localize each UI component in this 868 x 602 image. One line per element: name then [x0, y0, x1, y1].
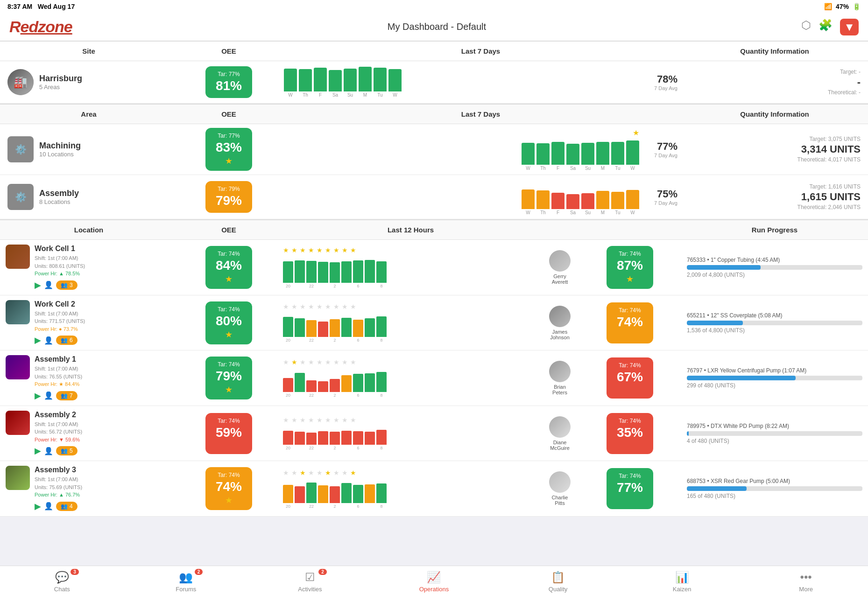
crew-icon: 👥: [61, 337, 68, 343]
location-row-assembly-1[interactable]: Assembly 1 Shift: 1st (7:00 AM)Units: 76…: [0, 350, 868, 406]
operator-oee-star: ★: [614, 274, 646, 284]
kaizen-label: Kaizen: [673, 586, 692, 593]
operator-name: DianeMcGuire: [550, 440, 570, 451]
operator-oee-value: 87%: [614, 258, 646, 273]
cube-icon[interactable]: ⬡: [801, 19, 811, 35]
loc-last12: ★★★★★★★★★ 20 22 2 6: [280, 355, 541, 401]
filter-icon[interactable]: ▼: [840, 19, 859, 35]
nav-operations[interactable]: 📈 Operations: [406, 571, 462, 593]
run-units: 2,009 of 4,800 (UNITS): [687, 272, 862, 278]
operator-oee-badge: Tar: 74% 67%: [607, 357, 653, 399]
person-icon: 👤: [44, 391, 53, 400]
loc-meta: Shift: 1st (7:00 AM)Units: 808.61 (UNITS…: [35, 254, 172, 278]
nav-more[interactable]: ••• More: [778, 571, 834, 593]
loc-avatar: [6, 355, 30, 379]
loc-stars: ★★★★★★★★★: [283, 303, 356, 310]
location-row-work-cell 2[interactable]: Work Cell 2 Shift: 1st (7:00 AM)Units: 7…: [0, 295, 868, 351]
loc-name: Assembly 3: [35, 466, 172, 474]
operator-oee-box: Tar: 74% 87% ★: [579, 246, 681, 289]
loc-meta: Shift: 1st (7:00 AM)Units: 75.69 (UNITS)…: [35, 476, 172, 499]
loc-col-header: Location: [0, 220, 177, 239]
site-oee-box: Tar: 77% 81%: [177, 66, 280, 98]
loc-avatar: [6, 411, 30, 435]
loc-oee-header: OEE: [177, 220, 280, 239]
location-row-assembly-3[interactable]: Assembly 3 Shift: 1st (7:00 AM)Units: 75…: [0, 461, 868, 517]
loc-meta: Shift: 1st (7:00 AM)Units: 771.57 (UNITS…: [35, 310, 172, 333]
loc-stars: ★★★★★★★★★: [283, 469, 356, 476]
loc-oee-badge: Tar: 74% 74% ★: [205, 467, 252, 510]
area-row-assembly[interactable]: ⚙️ Assembly 8 Locations Tar: 79% 79% WTh…: [0, 175, 868, 219]
operator-oee-box: Tar: 74% 77%: [579, 468, 681, 509]
run-title: 789975 • DTX White PD Pump (8:22 AM): [687, 423, 862, 429]
operator-avatar: [549, 306, 571, 327]
more-icon: •••: [800, 571, 812, 584]
loc-oee-badge: Tar: 74% 79% ★: [205, 357, 252, 399]
progress-bar-wrap: [687, 265, 862, 270]
site-row-harrisburg[interactable]: 🏭 Harrisburg 5 Areas Tar: 77% 81% WThFSa…: [0, 61, 868, 104]
area-row-machining[interactable]: ⚙️ Machining 10 Locations Tar: 77% 83% ★…: [0, 124, 868, 175]
loc-oee-target: Tar: 74%: [213, 251, 245, 257]
loc-oee-target: Tar: 74%: [213, 472, 245, 478]
crew-badge: 👥 7: [56, 391, 78, 400]
area-last7-header: Last 7 Days: [280, 105, 681, 124]
last7-col-header: Last 7 Days: [280, 42, 681, 61]
site-oee-target: Tar: 77%: [213, 71, 245, 77]
nav-quality[interactable]: 📋 Quality: [530, 571, 586, 593]
play-icon[interactable]: ▶: [35, 280, 41, 290]
nav-activities[interactable]: 2 ☑ Activities: [282, 571, 338, 593]
location-row-work-cell 1[interactable]: Work Cell 1 Shift: 1st (7:00 AM)Units: 8…: [0, 240, 868, 295]
play-icon[interactable]: ▶: [35, 501, 41, 511]
run-units: 1,536 of 4,800 (UNITS): [687, 327, 862, 334]
progress-bar-wrap: [687, 376, 862, 380]
loc-name: Assembly 2: [35, 411, 172, 419]
operator-oee-badge: Tar: 74% 35%: [607, 413, 653, 454]
area-oee-value: 83%: [213, 140, 245, 155]
nav-forums[interactable]: 2 👥 Forums: [158, 571, 214, 593]
progress-bar-fill: [687, 321, 743, 325]
operator-oee-value: 35%: [614, 425, 646, 440]
forums-badge: 2: [195, 569, 203, 575]
play-icon[interactable]: ▶: [35, 335, 41, 345]
loc-oee-box: Tar: 74% 74% ★: [177, 467, 280, 510]
site-last7: WThFSaSuMTuW 78% 7 Day Avg: [280, 67, 681, 98]
loc-last12: ★★★★★★★★★ 20 22 2 6: [280, 413, 541, 454]
play-icon[interactable]: ▶: [35, 391, 41, 401]
header-actions: ⬡ 🧩 ▼: [801, 19, 859, 35]
operator-oee-box: Tar: 74% 74%: [579, 302, 681, 343]
oee-col-header: OEE: [177, 42, 280, 61]
play-icon[interactable]: ▶: [35, 446, 41, 456]
site-bars: WThFSaSuMTuW: [284, 67, 639, 98]
person-icon: 👤: [44, 336, 53, 345]
site-section-header: Site OEE Last 7 Days Quantity Informatio…: [0, 41, 868, 61]
quality-icon: 📋: [551, 571, 565, 584]
crew-icon: 👥: [61, 448, 68, 454]
run-units: 4 of 480 (UNITS): [687, 438, 862, 444]
puzzle-icon[interactable]: 🧩: [819, 19, 833, 35]
loc-avatar: [6, 300, 30, 324]
location-row-assembly-2[interactable]: Assembly 2 Shift: 1st (7:00 AM)Units: 56…: [0, 406, 868, 462]
loc-power: Power Hr: ▲ 76.7%: [35, 492, 80, 497]
loc-details: Assembly 2 Shift: 1st (7:00 AM)Units: 56…: [35, 411, 172, 456]
operator-avatar: [549, 361, 571, 382]
more-label: More: [799, 586, 813, 593]
nav-chats[interactable]: 3 💬 Chats: [34, 571, 90, 593]
loc-last12: ★★★★★★★★★ 20 22 2 6: [280, 299, 541, 346]
site-col-header: Site: [0, 42, 177, 61]
operator-name: GerryAverett: [552, 273, 568, 285]
location-section-header: Location OEE Last 12 Hours Run Progress: [0, 219, 868, 240]
app-logo: Redzone: [9, 18, 72, 36]
loc-oee-star: ★: [213, 385, 245, 395]
crew-badge: 👥 3: [56, 280, 78, 290]
run-title: 76797 • LXR Yellow Centrifugal Pump (1:0…: [687, 367, 862, 374]
crew-icon: 👥: [61, 392, 68, 399]
area-sub: 10 Locations: [39, 151, 81, 158]
operator-oee-badge: Tar: 74% 74%: [607, 302, 653, 343]
operator-name: BrianPeters: [552, 384, 567, 395]
area-oee-box: Tar: 77% 83% ★: [177, 128, 280, 171]
loc-stars: ★★★★★★★★★: [283, 416, 356, 424]
nav-kaizen[interactable]: 📊 Kaizen: [654, 571, 710, 593]
area-avatar: ⚙️: [7, 184, 34, 210]
progress-bar-fill: [687, 431, 689, 436]
site-oee-badge: Tar: 77% 81%: [205, 66, 252, 98]
loc-info: Work Cell 1 Shift: 1st (7:00 AM)Units: 8…: [0, 240, 177, 295]
